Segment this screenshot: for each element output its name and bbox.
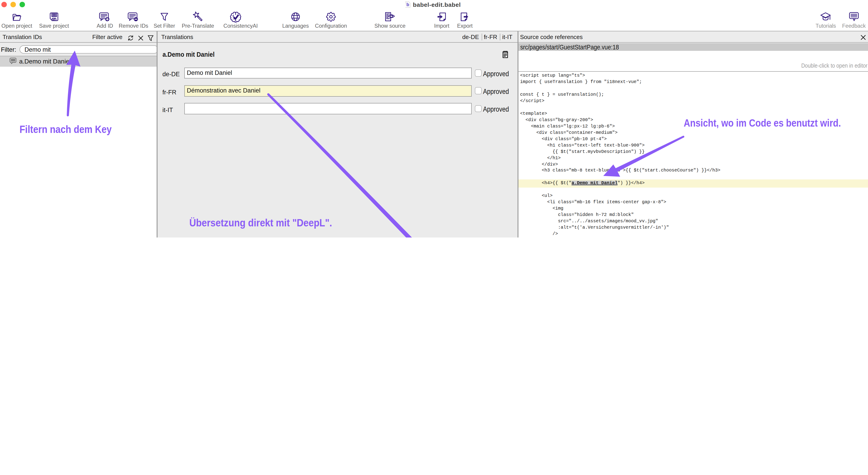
svg-text:b: b bbox=[406, 2, 409, 7]
